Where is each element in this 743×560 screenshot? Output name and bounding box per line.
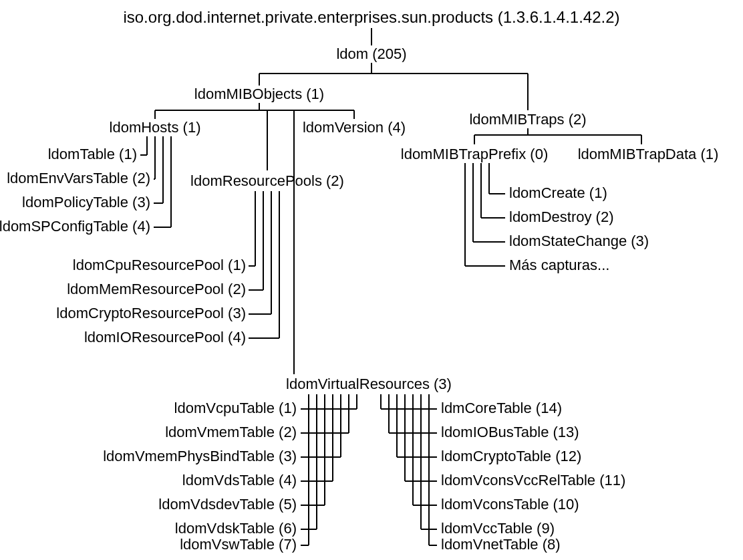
ldom-mib-objects-label: ldomMIBObjects (1) — [194, 86, 324, 102]
ldom-mib-traps-label: ldomMIBTraps (2) — [469, 111, 586, 128]
ldom-version-label: ldomVersion (4) — [303, 119, 406, 136]
ldom-vcc-table-label: ldomVccTable (9) — [441, 520, 555, 537]
ldom-destroy-label: ldomDestroy (2) — [509, 208, 613, 225]
ldom-cpu-resource-pool-label: ldomCpuResourcePool (1) — [73, 257, 246, 273]
ldom-vmem-table-label: ldomVmemTable (2) — [165, 424, 297, 440]
ldom-vcpu-table-label: ldomVcpuTable (1) — [174, 400, 297, 416]
ldom-mib-trap-data-label: ldomMIBTrapData (1) — [578, 146, 719, 162]
ldom-spconfig-table-label: ldomSPConfigTable (4) — [0, 218, 150, 235]
root-label: iso.org.dod.internet.private.enterprises… — [123, 8, 619, 26]
ldom-state-change-label: ldomStateChange (3) — [509, 233, 649, 249]
more-traps-label: Más capturas... — [509, 257, 609, 273]
ldom-create-label: ldomCreate (1) — [509, 184, 607, 201]
ldom-vsw-table-label: ldomVswTable (7) — [180, 536, 297, 553]
ldom-io-resource-pool-label: ldomIOResourcePool (4) — [84, 329, 246, 345]
ldom-vcons-table-label: ldomVconsTable (10) — [441, 496, 579, 513]
ldom-vdsdev-table-label: ldomVdsdevTable (5) — [158, 496, 297, 513]
ldom-envvars-table-label: ldomEnvVarsTable (2) — [7, 170, 150, 186]
ldom-crypto-resource-pool-label: ldomCryptoResourcePool (3) — [56, 305, 246, 321]
ldm-core-table-label: ldmCoreTable (14) — [441, 400, 562, 416]
ldom-mib-trap-prefix-label: ldomMIBTrapPrefix (0) — [401, 146, 548, 162]
ldom-vdsk-table-label: ldomVdskTable (6) — [175, 520, 297, 537]
ldom-vds-table-label: ldomVdsTable (4) — [182, 472, 297, 488]
ldom-virtual-resources-label: ldomVirtualResources (3) — [286, 376, 452, 392]
ldom-label: ldom (205) — [336, 45, 406, 62]
ldom-mem-resource-pool-label: ldomMemResourcePool (2) — [67, 281, 246, 297]
ldom-table-label: ldomTable (1) — [48, 146, 137, 162]
ldom-vmem-physbind-table-label: ldomVmemPhysBindTable (3) — [103, 448, 297, 464]
ldom-policy-table-label: ldomPolicyTable (3) — [22, 194, 150, 211]
ldom-resource-pools-label: ldomResourcePools (2) — [190, 172, 344, 189]
ldom-vcons-vcc-rel-table-label: ldomVconsVccRelTable (11) — [441, 472, 625, 488]
ldom-hosts-label: ldomHosts (1) — [110, 119, 201, 136]
ldom-crypto-table-label: ldomCryptoTable (12) — [441, 448, 581, 464]
ldom-iobus-table-label: ldomIOBusTable (13) — [441, 424, 579, 440]
ldom-vnet-table-label: ldomVnetTable (8) — [441, 536, 561, 553]
